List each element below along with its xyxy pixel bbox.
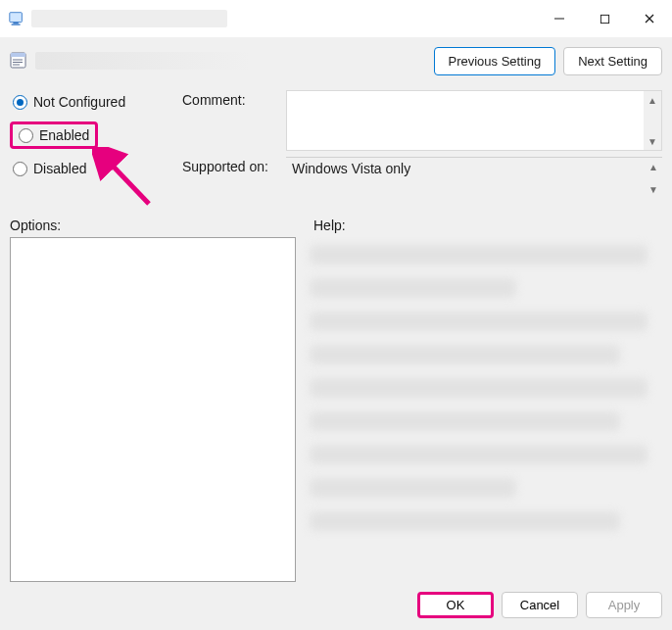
help-text-line	[310, 445, 648, 464]
radio-label: Disabled	[33, 161, 86, 176]
supported-text: Windows Vista only	[286, 158, 645, 198]
help-label: Help:	[304, 218, 346, 233]
svg-rect-1	[13, 23, 18, 24]
scroll-up-icon: ▲	[644, 91, 661, 109]
previous-setting-button[interactable]: Previous Setting	[434, 47, 556, 75]
cancel-button[interactable]: Cancel	[502, 592, 578, 618]
radio-dot-icon	[19, 128, 33, 143]
scroll-down-icon: ▼	[644, 132, 661, 150]
help-text-line	[310, 345, 620, 364]
svg-rect-0	[10, 13, 23, 23]
close-button[interactable]	[627, 0, 672, 37]
comment-text	[287, 91, 644, 150]
scroll-up-icon: ▲	[645, 158, 662, 175]
scroll-down-icon: ▼	[645, 180, 662, 198]
window-title	[31, 10, 227, 27]
options-panel	[10, 237, 296, 582]
radio-dot-icon	[13, 162, 27, 176]
comment-field[interactable]: ▲ ▼	[286, 90, 662, 151]
supported-label: Supported on:	[182, 157, 280, 174]
policy-app-icon	[8, 10, 25, 27]
comment-label: Comment:	[182, 90, 280, 108]
help-panel	[306, 237, 662, 582]
svg-rect-2	[12, 24, 21, 24]
next-setting-button[interactable]: Next Setting	[563, 47, 662, 75]
radio-not-configured[interactable]: Not Configured	[10, 92, 176, 112]
apply-button[interactable]: Apply	[586, 592, 662, 618]
svg-rect-8	[11, 53, 25, 57]
svg-rect-4	[600, 15, 608, 23]
radio-dot-icon	[13, 95, 27, 110]
help-text-line	[310, 378, 648, 398]
supported-field: Windows Vista only ▲ ▼	[286, 157, 662, 198]
policy-setting-icon	[10, 51, 29, 71]
comment-scrollbar[interactable]: ▲ ▼	[644, 91, 661, 150]
help-text-line	[310, 412, 620, 431]
minimize-button[interactable]	[537, 0, 582, 37]
help-text-line	[310, 245, 648, 265]
help-text-line	[310, 511, 620, 531]
radio-disabled[interactable]: Disabled	[10, 159, 176, 178]
titlebar	[0, 0, 672, 37]
radio-label: Not Configured	[33, 94, 125, 110]
supported-scrollbar[interactable]: ▲ ▼	[645, 158, 662, 198]
dialog-button-row: OK Cancel Apply	[10, 582, 662, 620]
help-text-line	[310, 312, 648, 331]
radio-label: Enabled	[39, 127, 89, 143]
radio-enabled[interactable]: Enabled	[10, 121, 98, 149]
header-row: Previous Setting Next Setting	[10, 43, 662, 78]
help-text-line	[310, 278, 516, 298]
ok-button[interactable]: OK	[417, 592, 494, 618]
maximize-button[interactable]	[582, 0, 627, 37]
setting-name	[35, 52, 251, 70]
help-text-line	[310, 478, 516, 498]
options-label: Options:	[10, 218, 304, 233]
